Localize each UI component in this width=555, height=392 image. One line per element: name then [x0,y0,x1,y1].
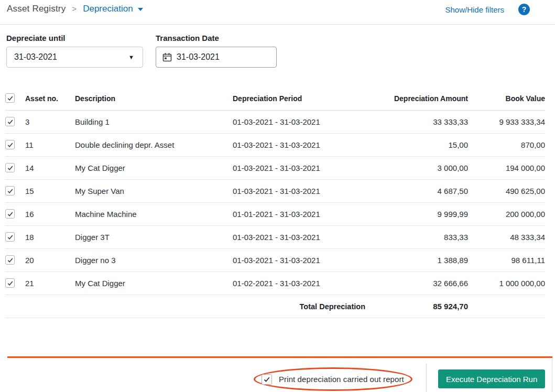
cell-amount: 3 000,00 [365,164,468,172]
row-checkbox[interactable] [5,163,15,172]
cell-amount: 1 388,89 [365,256,468,265]
row-checkbox[interactable] [5,209,15,219]
cell-book-value: 200 000,00 [468,210,545,219]
cell-period: 01-03-2021 - 31-03-2021 [233,117,365,126]
cell-period: 01-03-2021 - 31-03-2021 [233,187,365,195]
depreciate-until-value: 31-03-2021 [14,52,57,62]
footer-bar: Print depreciation carried out report Ex… [0,356,555,392]
depreciate-until-filter: Depreciate until 31-03-2021 ▼ [6,34,143,68]
cell-book-value: 48 333,34 [468,233,545,242]
calendar-icon [162,52,172,62]
transaction-date-label: Transaction Date [156,34,277,42]
depreciate-until-select[interactable]: 31-03-2021 ▼ [6,47,143,68]
cell-book-value: 490 625,00 [468,187,545,195]
table-row: 14 My Cat Digger 01-03-2021 - 31-03-2021… [5,157,545,180]
table-row: 11 Double declining depr. Asset 01-03-20… [5,134,545,157]
cell-book-value: 870,00 [468,140,545,149]
footer-accent-line [7,356,552,358]
row-checkbox[interactable] [5,140,15,149]
filters-section: Depreciate until 31-03-2021 ▼ Transactio… [0,25,555,68]
depreciation-table: Asset no. Description Depreciation Perio… [5,86,545,318]
dropdown-caret-icon: ▼ [128,54,134,60]
cell-period: 01-01-2021 - 31-03-2021 [233,210,365,219]
cell-amount: 4 687,50 [365,187,468,195]
cell-amount: 32 666,66 [365,279,468,288]
breadcrumb-depreciation-dropdown[interactable]: Depreciation [83,4,143,14]
breadcrumb-separator: > [72,4,77,13]
cell-asset-no: 18 [25,233,75,242]
cell-asset-no: 16 [25,210,75,219]
cell-asset-no: 21 [25,279,75,288]
table-body: 3 Building 1 01-03-2021 - 31-03-2021 33 … [5,111,545,295]
table-row: 21 My Cat Digger 01-02-2021 - 31-03-2021… [5,272,545,295]
cell-period: 01-03-2021 - 31-03-2021 [233,256,365,265]
transaction-date-value: 31-03-2021 [177,52,220,62]
cell-book-value: 98 611,11 [468,256,545,265]
transaction-date-filter: Transaction Date 31-03-2021 [156,34,277,68]
cell-asset-no: 11 [25,140,75,149]
row-checkbox[interactable] [5,117,15,126]
cell-period: 01-02-2021 - 31-03-2021 [233,279,365,288]
chevron-down-icon [138,8,143,11]
table-row: 20 Digger no 3 01-03-2021 - 31-03-2021 1… [5,249,545,272]
breadcrumb-asset-registry[interactable]: Asset Registry [7,4,66,14]
cell-amount: 15,00 [365,140,468,149]
cell-book-value: 194 000,00 [468,164,545,172]
table-header-row: Asset no. Description Depreciation Perio… [5,86,545,111]
cell-period: 01-03-2021 - 31-03-2021 [233,140,365,149]
cell-description: My Cat Digger [75,164,233,172]
table-row: 15 My Super Van 01-03-2021 - 31-03-2021 … [5,180,545,203]
cell-description: My Super Van [75,187,233,195]
execute-depreciation-run-button[interactable]: Execute Depreciation Run [438,369,545,388]
row-checkbox[interactable] [5,278,15,288]
total-depreciation-amount: 85 924,70 [365,302,468,311]
row-checkbox[interactable] [5,232,15,242]
cell-amount: 9 999,99 [365,210,468,219]
cell-description: Machine Machine [75,210,233,219]
footer-divider [426,364,427,392]
annotation-ellipse: Print depreciation carried out report [254,367,412,391]
cell-asset-no: 15 [25,187,75,195]
breadcrumb-current-label: Depreciation [83,4,133,14]
footer-right-edge [552,358,552,392]
cell-description: Digger no 3 [75,256,233,265]
row-checkbox[interactable] [5,186,15,195]
col-header-period: Depreciation Period [233,94,365,103]
col-header-asset-no: Asset no. [25,94,75,103]
transaction-date-input[interactable]: 31-03-2021 [156,47,277,68]
depreciation-page: Asset Registry > Depreciation Show/Hide … [0,0,555,392]
cell-description: Digger 3T [75,233,233,242]
print-report-checkbox[interactable] [262,374,272,385]
cell-description: Building 1 [75,117,233,126]
cell-period: 01-03-2021 - 31-03-2021 [233,164,365,172]
table-row: 3 Building 1 01-03-2021 - 31-03-2021 33 … [5,111,545,134]
cell-amount: 833,33 [365,233,468,242]
topbar: Asset Registry > Depreciation Show/Hide … [0,0,555,25]
col-header-book-value: Book Value [468,94,545,103]
cell-asset-no: 20 [25,256,75,265]
table-row: 18 Digger 3T 01-03-2021 - 31-03-2021 833… [5,226,545,249]
cell-book-value: 1 000 000,00 [468,279,545,288]
help-icon[interactable]: ? [518,4,530,15]
total-row: Total Depreciation 85 924,70 [5,295,545,318]
col-header-amount: Depreciation Amount [365,94,468,103]
print-report-label: Print depreciation carried out report [279,375,404,384]
cell-description: My Cat Digger [75,279,233,288]
cell-description: Double declining depr. Asset [75,140,233,149]
depreciate-until-label: Depreciate until [6,34,143,42]
row-checkbox[interactable] [5,255,15,265]
cell-book-value: 9 933 333,34 [468,117,545,126]
cell-asset-no: 14 [25,164,75,172]
col-header-description: Description [75,94,233,103]
total-depreciation-label: Total Depreciation [233,302,365,311]
cell-amount: 33 333,33 [365,117,468,126]
table-row: 16 Machine Machine 01-01-2021 - 31-03-20… [5,203,545,226]
cell-asset-no: 3 [25,117,75,126]
cell-period: 01-03-2021 - 31-03-2021 [233,233,365,242]
show-hide-filters-link[interactable]: Show/Hide filters [445,5,504,14]
select-all-checkbox[interactable] [5,93,15,103]
